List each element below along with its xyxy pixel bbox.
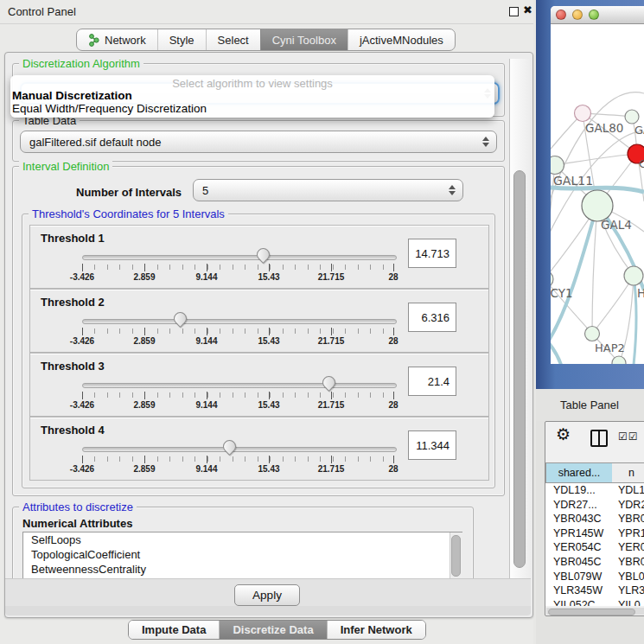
zoom-traffic-light-icon[interactable] xyxy=(589,10,599,20)
column-header-name[interactable]: n xyxy=(612,462,644,483)
network-edge[interactable] xyxy=(592,276,634,334)
network-node[interactable] xyxy=(551,156,564,175)
table-row[interactable]: YBR043CYBR0 xyxy=(545,512,644,526)
tab-label: Cyni Toolbox xyxy=(272,34,336,47)
table-row[interactable]: YPR145WYPR1 xyxy=(545,526,644,541)
threshold-panel: Threshold 4 -3.4262.8599.14415.4321.7152… xyxy=(29,417,489,481)
network-canvas[interactable]: GAL80GACGAL11GAL4GCY1HHAP2 xyxy=(551,24,644,364)
major-tick-mark xyxy=(82,456,83,463)
threshold-value-field[interactable]: 14.713 xyxy=(408,239,456,268)
threshold-value-field[interactable]: 6.316 xyxy=(408,303,456,332)
tick-label: 9.144 xyxy=(195,464,217,474)
group-title: Interval Definition xyxy=(19,160,112,173)
tick-label: 15.43 xyxy=(258,464,279,474)
major-tick-mark xyxy=(269,392,270,399)
table-hscrollbar-thumb[interactable] xyxy=(548,609,635,615)
top-tabstrip: Network Style Select Cyni Toolbox jActiv… xyxy=(76,29,456,51)
threshold-panel: Threshold 1 -3.4262.8599.14415.4321.7152… xyxy=(29,225,489,289)
group-title: Discretization Algorithm xyxy=(19,57,143,70)
major-tick-mark xyxy=(331,392,332,399)
gear-icon[interactable]: ⚙ xyxy=(556,424,571,444)
attribute-list-item[interactable]: SelfLoops xyxy=(23,532,462,547)
split-columns-icon[interactable] xyxy=(590,430,608,447)
slider-track[interactable] xyxy=(82,383,397,388)
cell-name: YLR3 xyxy=(618,584,644,596)
bottom-tabstrip: Impute Data Discretize Data Infer Networ… xyxy=(128,620,426,640)
network-node[interactable] xyxy=(624,266,643,285)
tab-network[interactable]: Network xyxy=(77,29,157,50)
table-rows[interactable]: YDL19...YDL1YDR27...YDR2YBR043CYBR0YPR14… xyxy=(545,483,644,606)
minimize-traffic-light-icon[interactable] xyxy=(572,10,583,20)
threshold-value-field[interactable]: 21.4 xyxy=(408,367,456,396)
table-row[interactable]: YBL079WYBL0 xyxy=(545,570,644,584)
threshold-value-field[interactable]: 11.344 xyxy=(408,430,456,460)
network-node[interactable] xyxy=(575,105,591,122)
tab-style[interactable]: Style xyxy=(157,29,206,50)
slider-thumb[interactable] xyxy=(220,437,239,456)
slider-ticks xyxy=(82,265,395,270)
slider-thumb[interactable] xyxy=(320,373,338,392)
table-row[interactable]: YER054CYER0 xyxy=(545,540,644,555)
float-window-icon[interactable] xyxy=(509,7,519,16)
major-tick-mark xyxy=(144,456,145,463)
slider-thumb[interactable] xyxy=(254,245,272,264)
table-data-combobox[interactable]: galFiltered.sif default node xyxy=(20,131,497,153)
threshold-label: Threshold 4 xyxy=(41,424,105,437)
table-row[interactable]: YIL052CYIL0 xyxy=(545,598,644,606)
major-tick-mark xyxy=(144,264,145,271)
tab-jactivemnodules[interactable]: jActiveMNodules xyxy=(348,29,455,50)
cell-name: YBR0 xyxy=(618,556,644,568)
cell-shared-name: YBL079W xyxy=(553,571,602,583)
network-node[interactable] xyxy=(585,327,600,341)
dropdown-item-manual-discretization[interactable]: Manual Discretization xyxy=(12,89,132,102)
tab-cyni-toolbox[interactable]: Cyni Toolbox xyxy=(260,29,348,50)
tick-label: -3.426 xyxy=(70,464,94,474)
attributes-scrollbar-thumb[interactable] xyxy=(451,535,461,577)
table-row[interactable]: YBR045CYBR0 xyxy=(545,555,644,570)
tab-impute-data[interactable]: Impute Data xyxy=(129,621,219,639)
tick-label: 21.715 xyxy=(318,400,345,410)
network-edge-thick[interactable] xyxy=(551,335,561,364)
tab-infer-network[interactable]: Infer Network xyxy=(327,621,425,639)
control-panel-window: Control Panel ✖ Network Style Select Cyn… xyxy=(0,0,533,644)
titlebar-separator xyxy=(0,23,533,24)
cell-shared-name: YDR27... xyxy=(553,499,597,511)
close-icon[interactable]: ✖ xyxy=(523,3,532,16)
group-title: Threshold's Coordinates for 5 Intervals xyxy=(29,207,228,220)
select-columns-icon[interactable]: ☑☑ xyxy=(618,430,639,443)
tab-discretize-data[interactable]: Discretize Data xyxy=(219,621,326,639)
table-row[interactable]: YDL19...YDL1 xyxy=(545,483,644,498)
cell-shared-name: YPR145W xyxy=(553,527,603,539)
major-tick-mark xyxy=(207,328,207,335)
dropdown-item-equal-width-frequency[interactable]: Equal Width/Frequency Discretization xyxy=(12,102,207,115)
slider-track[interactable] xyxy=(82,447,397,452)
network-window-titlebar[interactable] xyxy=(551,6,644,24)
major-tick-mark xyxy=(331,456,332,463)
num-intervals-combobox[interactable]: 5 xyxy=(193,179,463,201)
apply-button[interactable]: Apply xyxy=(234,584,300,606)
network-edge-thick[interactable] xyxy=(551,211,596,346)
attribute-list-item[interactable]: BetweennessCentrality xyxy=(23,562,462,577)
table-row[interactable]: YLR345WYLR3 xyxy=(545,583,644,598)
close-traffic-light-icon[interactable] xyxy=(556,10,566,20)
attribute-list-item[interactable]: TopologicalCoefficient xyxy=(23,547,462,562)
major-tick-mark xyxy=(269,328,270,335)
slider-track[interactable] xyxy=(82,255,397,260)
tick-label: 28 xyxy=(388,336,398,346)
tab-label: Discretize Data xyxy=(233,623,313,636)
tab-label: jActiveMNodules xyxy=(360,34,443,47)
node-label: GA xyxy=(634,124,644,137)
table-row[interactable]: YDR27...YDR2 xyxy=(545,498,644,513)
major-tick-mark xyxy=(82,264,83,271)
column-header-shared[interactable]: shared... xyxy=(545,462,613,483)
network-node[interactable] xyxy=(551,271,553,288)
slider-thumb[interactable] xyxy=(170,309,188,328)
network-node[interactable] xyxy=(582,190,613,221)
network-node[interactable] xyxy=(625,110,639,124)
tab-select[interactable]: Select xyxy=(206,29,260,50)
major-tick-mark xyxy=(207,264,207,271)
slider-track[interactable] xyxy=(82,319,397,324)
panel-scrollbar-thumb[interactable] xyxy=(513,170,526,568)
numerical-attributes-list[interactable]: SelfLoopsTopologicalCoefficientBetweenne… xyxy=(22,532,462,579)
network-edge-thick[interactable] xyxy=(634,276,636,364)
